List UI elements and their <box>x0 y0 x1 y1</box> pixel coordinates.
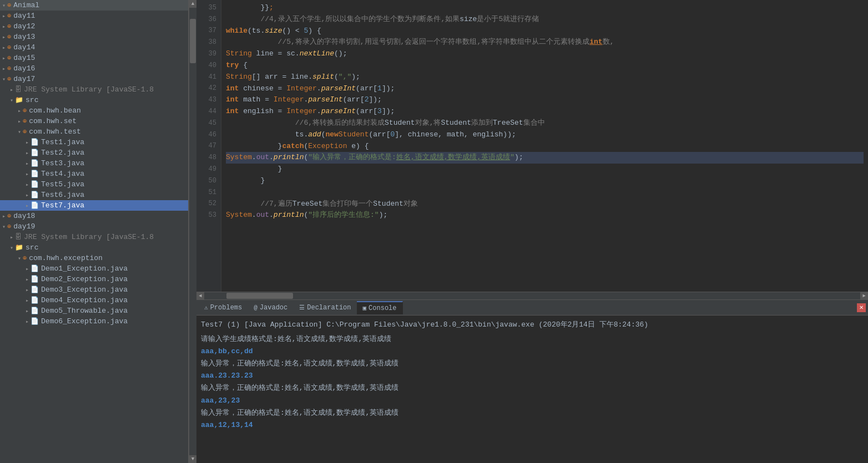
tab-console[interactable]: ▣Console <box>357 301 402 314</box>
tree-arrow[interactable]: ▸ <box>26 171 29 177</box>
sidebar-item-test7[interactable]: ▸📄 Test7.java <box>0 200 188 211</box>
sidebar-item-day17[interactable]: ▾⊕ day17 <box>0 74 188 84</box>
tree-arrow[interactable]: ▾ <box>18 255 21 262</box>
scroll-down-arrow[interactable]: ▼ <box>189 455 197 463</box>
tree-arrow[interactable]: ▸ <box>26 318 29 325</box>
h-scroll-thumb[interactable] <box>226 293 293 299</box>
tree-arrow[interactable]: ▸ <box>18 108 21 114</box>
tree-item-label: Test2.java <box>41 149 84 157</box>
scroll-thumb[interactable] <box>190 19 196 63</box>
tree-item-label: day18 <box>13 212 35 220</box>
tree-arrow[interactable]: ▾ <box>2 2 6 9</box>
tree-arrow[interactable]: ▸ <box>26 192 29 199</box>
tree-item-label: Demo2_Exception.java <box>41 275 128 283</box>
sidebar-item-jre19[interactable]: ▸🗄 JRE System Library [JavaSE-1.8 <box>0 232 188 242</box>
horizontal-scrollbar[interactable]: ◄ ► <box>196 292 868 299</box>
tree-item-label: day19 <box>13 222 35 231</box>
sidebar-item-animal[interactable]: ▾⊕ Animal <box>0 0 188 11</box>
sidebar-item-test1[interactable]: ▸📄 Test1.java <box>0 137 188 147</box>
tree-arrow[interactable]: ▸ <box>26 308 29 314</box>
sidebar-item-demo2[interactable]: ▸📄 Demo2_Exception.java <box>0 274 188 284</box>
tree-arrow[interactable]: ▸ <box>10 234 13 241</box>
code-line: } <box>226 164 864 175</box>
sidebar-item-com.hwh.exception[interactable]: ▾⊕ com.hwh.exception <box>0 253 188 263</box>
tree-arrow[interactable]: ▸ <box>2 13 6 19</box>
sidebar-item-com.hwh.set[interactable]: ▸⊕ com.hwh.set <box>0 116 188 126</box>
h-scroll-right-arrow[interactable]: ► <box>860 292 868 300</box>
file-tree[interactable]: ▾⊕ Animal▸⊕ day11▸⊕ day12▸⊕ day13▸⊕ day1… <box>0 0 189 463</box>
sidebar-item-day16[interactable]: ▸⊕ day16 <box>0 63 188 74</box>
sidebar-item-test6[interactable]: ▸📄 Test6.java <box>0 190 188 200</box>
console-line: 输入异常，正确的格式是:姓名,语文成绩,数学成绩,英语成绩 <box>201 382 864 394</box>
tree-arrow[interactable]: ▸ <box>2 44 6 51</box>
sidebar-item-demo6[interactable]: ▸📄 Demo6_Exception.java <box>0 316 188 327</box>
java-file-icon: 📄 <box>31 201 39 210</box>
tree-arrow[interactable]: ▸ <box>26 181 29 188</box>
console-line: aaa,23,23 <box>201 395 864 407</box>
sidebar-item-jre17[interactable]: ▸🗄 JRE System Library [JavaSE-1.8 <box>0 84 188 95</box>
sidebar-item-day13[interactable]: ▸⊕ day13 <box>0 32 188 42</box>
sidebar-item-day12[interactable]: ▸⊕ day12 <box>0 21 188 32</box>
tree-arrow[interactable]: ▸ <box>2 23 6 30</box>
tree-arrow[interactable]: ▸ <box>18 118 21 125</box>
tree-arrow[interactable]: ▸ <box>2 55 6 62</box>
sidebar-item-test2[interactable]: ▸📄 Test2.java <box>0 147 188 158</box>
sidebar-item-day15[interactable]: ▸⊕ day15 <box>0 53 188 63</box>
tree-arrow[interactable]: ▸ <box>26 150 29 156</box>
tab-problems[interactable]: ⚠Problems <box>199 302 248 314</box>
tree-arrow[interactable]: ▸ <box>10 87 13 93</box>
line-number: 40 <box>196 60 221 72</box>
tree-arrow[interactable]: ▸ <box>26 139 29 146</box>
tree-item-label: day12 <box>13 22 35 30</box>
tree-arrow[interactable]: ▸ <box>2 34 6 40</box>
tree-arrow[interactable]: ▾ <box>2 223 6 230</box>
line-number: 52 <box>196 199 221 210</box>
tree-arrow[interactable]: ▸ <box>26 297 29 304</box>
code-content[interactable]: }}; //4,录入五个学生,所以以集合中的学生个数为判断条件,如果size是小… <box>221 0 868 292</box>
tree-item-label: Test7.java <box>41 201 84 210</box>
sidebar-item-day14[interactable]: ▸⊕ day14 <box>0 42 188 53</box>
tree-item-label: Test1.java <box>41 138 84 146</box>
line-number: 50 <box>196 175 221 187</box>
sidebar-item-src19[interactable]: ▾📁 src <box>0 242 188 253</box>
package-icon: ⊕ <box>7 1 11 9</box>
sidebar-item-com.hwh.test[interactable]: ▾⊕ com.hwh.test <box>0 126 188 137</box>
sidebar-item-com.hwh.bean[interactable]: ▸⊕ com.hwh.bean <box>0 105 188 116</box>
tree-arrow[interactable]: ▸ <box>26 287 29 293</box>
sidebar-item-src17[interactable]: ▾📁 src <box>0 95 188 105</box>
tree-arrow[interactable]: ▸ <box>2 213 6 220</box>
sidebar-item-test4[interactable]: ▸📄 Test4.java <box>0 169 188 179</box>
sidebar-item-demo5[interactable]: ▸📄 Demo5_Throwable.java <box>0 306 188 316</box>
tree-arrow[interactable]: ▾ <box>2 76 6 83</box>
code-line: }catch(Exception e) { <box>226 141 864 152</box>
tree-arrow[interactable]: ▾ <box>18 129 21 135</box>
sidebar-item-demo3[interactable]: ▸📄 Demo3_Exception.java <box>0 284 188 295</box>
tree-arrow[interactable]: ▾ <box>10 245 13 251</box>
tree-arrow[interactable]: ▸ <box>26 276 29 283</box>
sidebar-item-test3[interactable]: ▸📄 Test3.java <box>0 158 188 169</box>
sidebar-item-day19[interactable]: ▾⊕ day19 <box>0 221 188 232</box>
package-icon: ⊕ <box>23 106 27 115</box>
package-icon: ⊕ <box>7 64 11 73</box>
code-line: System.out.println("输入异常，正确的格式是:姓名,语文成绩,… <box>226 152 864 164</box>
tab-declaration[interactable]: ☰Declaration <box>294 302 357 314</box>
line-number: 45 <box>196 118 221 129</box>
sidebar-item-demo1[interactable]: ▸📄 Demo1_Exception.java <box>0 263 188 274</box>
tree-item-label: Test5.java <box>41 180 84 189</box>
tree-arrow[interactable]: ▾ <box>10 97 13 104</box>
folder-icon: 📁 <box>15 243 23 252</box>
vertical-scrollbar[interactable]: ▲ ▼ <box>189 0 196 463</box>
sidebar-item-day18[interactable]: ▸⊕ day18 <box>0 211 188 221</box>
tab-javadoc[interactable]: @Javadoc <box>248 302 294 314</box>
tree-arrow[interactable]: ▸ <box>2 65 6 72</box>
tree-arrow[interactable]: ▸ <box>26 202 29 209</box>
sidebar-item-demo4[interactable]: ▸📄 Demo4_Exception.java <box>0 295 188 306</box>
tree-arrow[interactable]: ▸ <box>26 266 29 272</box>
close-console-button[interactable]: ✕ <box>857 303 866 312</box>
h-scroll-left-arrow[interactable]: ◄ <box>196 292 204 300</box>
sidebar-item-day11[interactable]: ▸⊕ day11 <box>0 11 188 21</box>
sidebar-item-test5[interactable]: ▸📄 Test5.java <box>0 179 188 190</box>
tab-label-javadoc: Javadoc <box>260 304 287 312</box>
scroll-up-arrow[interactable]: ▲ <box>189 0 197 8</box>
tree-arrow[interactable]: ▸ <box>26 160 29 167</box>
